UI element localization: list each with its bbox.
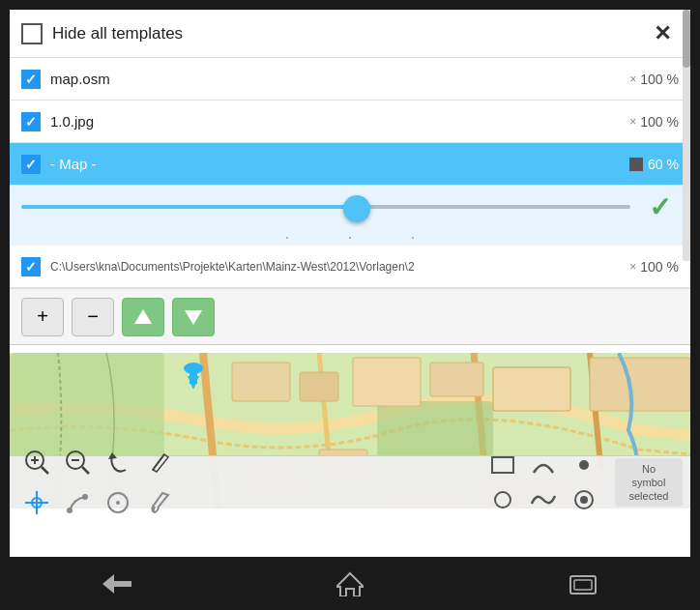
wave-symbol-icon — [530, 488, 557, 511]
opacity-x-1: × — [629, 115, 636, 129]
template-name-map-osm: map.osm — [50, 71, 629, 87]
zoom-in-icon — [23, 449, 50, 476]
svg-rect-12 — [493, 367, 570, 411]
edit-button[interactable] — [139, 443, 178, 481]
opacity-x-fp: × — [629, 260, 636, 274]
toolbar-row-2 — [17, 483, 485, 522]
slider-row: ✓ — [10, 186, 690, 228]
svg-point-41 — [580, 496, 588, 504]
svg-rect-37 — [492, 457, 513, 473]
symbol-curve[interactable] — [526, 450, 561, 479]
dot-2: · — [347, 227, 352, 247]
down-arrow-icon — [183, 306, 204, 328]
opacity-1-0-jpg: × 100 % — [629, 114, 679, 130]
no-symbol-line2: symbol — [623, 476, 675, 489]
svg-marker-28 — [153, 454, 168, 472]
dot-3: · — [411, 227, 416, 247]
svg-rect-13 — [590, 358, 690, 411]
zoom-out-button[interactable] — [58, 443, 97, 481]
brush-tool-button[interactable] — [139, 483, 178, 522]
template-row-map-osm[interactable]: map.osm × 100 % — [10, 58, 690, 101]
slider-fill — [21, 205, 357, 209]
map-location-pin — [184, 363, 203, 392]
symbol-rect[interactable] — [485, 450, 520, 479]
filepath-text: C:\Users\kna\Documents\Projekte\Karten\M… — [50, 260, 629, 274]
slider-thumb[interactable] — [343, 195, 370, 222]
dot-symbol-icon — [570, 453, 598, 477]
svg-line-22 — [42, 467, 48, 474]
toolbar-right-section: No symbol selected — [485, 450, 683, 514]
symbol-badge[interactable] — [567, 485, 601, 514]
svg-marker-44 — [336, 573, 364, 596]
opacity-value-2: 60 % — [648, 157, 679, 172]
scrollbar[interactable] — [683, 10, 690, 261]
add-button[interactable]: + — [21, 298, 64, 336]
screen: Hide all templates ✕ map.osm × 100 % 1.0… — [10, 10, 690, 562]
toolbar-row-1 — [17, 443, 485, 481]
no-symbol-line3: selected — [623, 489, 675, 503]
svg-marker-1 — [185, 310, 202, 325]
undo-button[interactable] — [99, 443, 137, 481]
checkbox-map[interactable] — [21, 155, 41, 174]
opacity-x-0: × — [629, 73, 636, 86]
svg-rect-9 — [300, 372, 338, 401]
svg-marker-0 — [134, 309, 152, 324]
svg-marker-4 — [188, 376, 199, 390]
checkbox-filepath[interactable] — [21, 257, 41, 276]
svg-rect-46 — [574, 580, 592, 590]
path-tool-icon — [64, 489, 91, 516]
recents-button[interactable] — [554, 565, 612, 603]
symbol-dot[interactable] — [567, 450, 601, 479]
scrollbar-thumb[interactable] — [683, 10, 690, 68]
crosshair-icon — [23, 489, 50, 516]
back-button[interactable] — [88, 565, 146, 603]
opacity-map-osm: × 100 % — [629, 72, 679, 87]
opacity-map: 60 % — [629, 157, 679, 172]
zoom-in-button[interactable] — [17, 443, 56, 481]
filepath-row[interactable]: C:\Users\kna\Documents\Projekte\Karten\M… — [10, 246, 690, 288]
opacity-value-fp: 100 % — [640, 259, 679, 275]
move-up-button[interactable] — [122, 298, 164, 336]
checkbox-1-0-jpg[interactable] — [21, 112, 41, 131]
circle-symbol-icon — [489, 488, 516, 511]
symbol-wave[interactable] — [526, 485, 561, 514]
overlay-panel: Hide all templates ✕ map.osm × 100 % 1.0… — [10, 10, 690, 345]
opacity-filepath: × 100 % — [629, 259, 679, 275]
svg-point-32 — [67, 508, 73, 513]
action-row: + − — [10, 288, 690, 344]
main-toolbar: No symbol selected — [10, 455, 690, 508]
navigation-bar — [0, 557, 700, 610]
header-title: Hide all templates — [52, 24, 646, 44]
toolbar-left-section — [17, 443, 485, 522]
template-name-1-0-jpg: 1.0.jpg — [50, 113, 629, 130]
opacity-slider[interactable] — [21, 205, 630, 209]
svg-point-35 — [116, 501, 120, 505]
template-row-map[interactable]: - Map - 60 % — [10, 143, 690, 186]
svg-rect-8 — [232, 363, 290, 401]
svg-line-25 — [82, 467, 89, 474]
checkbox-map-osm[interactable] — [21, 70, 41, 89]
close-button[interactable]: ✕ — [646, 17, 679, 50]
edit-icon — [145, 449, 172, 476]
remove-button[interactable]: − — [72, 298, 114, 336]
template-name-map: - Map - — [50, 156, 629, 172]
svg-marker-26 — [108, 452, 117, 459]
svg-point-33 — [82, 494, 88, 500]
symbol-circle[interactable] — [485, 485, 520, 514]
brush-tool-icon — [145, 489, 172, 516]
svg-point-38 — [579, 460, 589, 470]
svg-rect-11 — [430, 363, 483, 396]
back-icon — [102, 572, 131, 595]
symbol-grid — [485, 450, 601, 514]
template-row-1-0-jpg[interactable]: 1.0.jpg × 100 % — [10, 101, 690, 143]
hide-all-checkbox[interactable] — [21, 23, 43, 44]
move-down-button[interactable] — [172, 298, 215, 336]
undo-icon — [104, 449, 131, 476]
confirm-button[interactable]: ✓ — [640, 189, 679, 224]
dot-1: · — [284, 227, 289, 247]
no-symbol-line1: No — [623, 462, 675, 476]
home-button[interactable] — [321, 565, 379, 603]
circle-tool-button[interactable] — [99, 483, 137, 522]
path-tool-button[interactable] — [58, 483, 97, 522]
crosshair-button[interactable] — [17, 483, 56, 522]
